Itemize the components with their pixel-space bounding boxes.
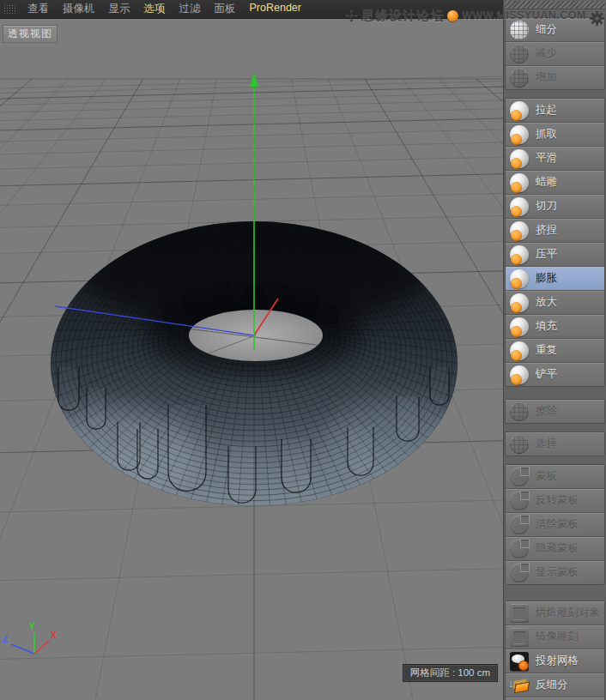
panel-grip-handle[interactable] bbox=[505, 1, 605, 9]
tool-item-project-mesh[interactable]: 投射网格 bbox=[506, 649, 604, 673]
tool-item-clear-mask: 清除蒙板 bbox=[506, 513, 604, 537]
tool-item-hide-mask: 隐藏蒙板 bbox=[506, 537, 604, 561]
tool-item-label: 拉起 bbox=[536, 103, 557, 118]
clear-mask-icon bbox=[510, 516, 529, 534]
axis-gizmo: YXZ bbox=[3, 622, 57, 654]
tool-item-pinch[interactable]: 挤捏 bbox=[506, 219, 604, 243]
mask-icon bbox=[510, 468, 529, 486]
knife-icon bbox=[510, 197, 529, 216]
menu-item-prorender[interactable]: ProRender bbox=[243, 0, 308, 19]
increase-icon bbox=[510, 69, 529, 88]
tool-item-inflate[interactable]: 膨胀 bbox=[506, 267, 604, 291]
mirror-sculpt-icon bbox=[510, 628, 529, 647]
tool-item-label: 平滑 bbox=[536, 151, 557, 166]
tool-item-label: 反细分 bbox=[536, 678, 568, 692]
menu-item-display[interactable]: 显示 bbox=[102, 0, 137, 19]
tool-item-label: 抓取 bbox=[536, 127, 557, 142]
tool-item-label: 铲平 bbox=[536, 367, 557, 382]
pinch-icon bbox=[510, 221, 529, 240]
erase-icon bbox=[510, 402, 529, 421]
axis-gizmo-z-label: Z bbox=[3, 635, 8, 644]
tool-item-label: 挤捏 bbox=[536, 223, 557, 238]
tool-item-label: 烘焙雕刻对象 bbox=[536, 606, 600, 620]
select-icon bbox=[510, 435, 529, 454]
fill-icon bbox=[510, 317, 529, 336]
sculpt-tool-panel: 细分减少增加拉起抓取平滑蜡雕切刀挤捏压平膨胀放大填充重复铲平擦除选择蒙板反转蒙板… bbox=[503, 0, 606, 700]
tool-item-knife[interactable]: 切刀 bbox=[506, 195, 604, 219]
tool-item-label: 放大 bbox=[536, 295, 557, 310]
show-mask-icon bbox=[510, 564, 529, 582]
scrape-icon bbox=[510, 365, 529, 384]
tool-item-wax[interactable]: 蜡雕 bbox=[506, 171, 604, 195]
tool-group-2: 擦除 bbox=[505, 399, 605, 424]
tool-item-label: 选择 bbox=[536, 437, 557, 451]
view-label[interactable]: 透视视图 bbox=[3, 25, 58, 43]
tool-group-1: 拉起抓取平滑蜡雕切刀挤捏压平膨胀放大填充重复铲平 bbox=[505, 98, 605, 387]
tool-item-label: 镜像雕刻 bbox=[536, 630, 579, 644]
menu-items: 查看摄像机显示选项过滤面板ProRender bbox=[21, 0, 308, 19]
pull-icon bbox=[510, 101, 529, 120]
amplify-icon bbox=[510, 293, 529, 312]
tool-item-fill[interactable]: 填充 bbox=[506, 315, 604, 339]
tool-item-label: 蜡雕 bbox=[536, 175, 557, 190]
menu-item-options[interactable]: 选项 bbox=[137, 0, 173, 19]
menu-item-panel[interactable]: 面板 bbox=[208, 0, 243, 19]
inflate-icon bbox=[510, 269, 529, 288]
invert-mask-icon bbox=[510, 492, 529, 510]
tool-groups: 细分减少增加拉起抓取平滑蜡雕切刀挤捏压平膨胀放大填充重复铲平擦除选择蒙板反转蒙板… bbox=[504, 17, 606, 700]
tool-item-label: 增加 bbox=[536, 70, 557, 85]
tool-item-smooth[interactable]: 平滑 bbox=[506, 147, 604, 171]
tool-item-mirror-sculpt: 镜像雕刻 bbox=[506, 625, 604, 649]
tool-item-subdivide[interactable]: 细分 bbox=[506, 18, 604, 42]
project-mesh-icon bbox=[510, 652, 529, 671]
tool-item-desubdivide[interactable]: 反细分 bbox=[506, 673, 604, 697]
viewport: YXZ 透视视图 网格间距 : 100 cm bbox=[0, 19, 503, 700]
menu-bar: 查看摄像机显示选项过滤面板ProRender bbox=[0, 0, 503, 19]
tool-item-label: 擦除 bbox=[536, 404, 557, 419]
tool-item-label: 显示蒙板 bbox=[536, 565, 579, 580]
flatten-icon bbox=[510, 245, 529, 264]
menu-item-camera[interactable]: 摄像机 bbox=[56, 0, 102, 19]
tool-group-5: 烘焙雕刻对象镜像雕刻投射网格反细分 bbox=[505, 600, 605, 700]
hide-mask-icon bbox=[510, 540, 529, 558]
tool-item-label: 重复 bbox=[536, 343, 557, 358]
tool-group-4: 蒙板反转蒙板清除蒙板隐藏蒙板显示蒙板 bbox=[505, 464, 605, 585]
tool-item-increase: 增加 bbox=[506, 66, 604, 89]
tool-group-0: 细分减少增加 bbox=[505, 17, 605, 90]
decrease-icon bbox=[510, 45, 529, 63]
bake-sculpt-object-icon bbox=[510, 604, 529, 623]
smooth-icon bbox=[510, 149, 529, 168]
menu-item-view[interactable]: 查看 bbox=[21, 0, 56, 19]
tool-item-erase: 擦除 bbox=[506, 400, 604, 423]
grid-spacing-badge: 网格间距 : 100 cm bbox=[403, 664, 498, 682]
tool-item-show-mask: 显示蒙板 bbox=[506, 561, 604, 584]
tool-group-3: 选择 bbox=[505, 431, 605, 456]
menu-grip-icon[interactable] bbox=[3, 4, 16, 15]
tool-item-pull[interactable]: 拉起 bbox=[506, 99, 604, 123]
tool-item-grab[interactable]: 抓取 bbox=[506, 123, 604, 147]
tool-item-label: 细分 bbox=[536, 22, 557, 37]
menu-item-filter[interactable]: 过滤 bbox=[173, 0, 208, 19]
tool-item-bake-sculpt-object: 烘焙雕刻对象 bbox=[506, 601, 604, 625]
tool-item-decrease: 减少 bbox=[506, 42, 604, 66]
axis-gizmo-x-label: X bbox=[51, 631, 57, 640]
wax-icon bbox=[510, 173, 529, 192]
tool-item-label: 膨胀 bbox=[536, 271, 557, 286]
tool-item-label: 压平 bbox=[536, 247, 557, 262]
tool-item-repeat[interactable]: 重复 bbox=[506, 339, 604, 363]
tool-item-label: 切刀 bbox=[536, 199, 557, 214]
repeat-icon bbox=[510, 341, 529, 360]
viewport-canvas[interactable]: YXZ bbox=[0, 19, 503, 700]
tool-item-label: 反转蒙板 bbox=[536, 493, 579, 508]
axis-gizmo-y-label: Y bbox=[29, 622, 35, 631]
tool-item-scrape[interactable]: 铲平 bbox=[506, 363, 604, 386]
tool-item-mask: 蒙板 bbox=[506, 465, 604, 489]
tool-item-select: 选择 bbox=[506, 432, 604, 456]
tool-item-label: 减少 bbox=[536, 46, 557, 61]
tool-item-invert-mask: 反转蒙板 bbox=[506, 489, 604, 513]
tool-item-amplify[interactable]: 放大 bbox=[506, 291, 604, 315]
tool-item-label: 投射网格 bbox=[536, 654, 579, 668]
tool-item-flatten[interactable]: 压平 bbox=[506, 243, 604, 267]
tool-item-label: 填充 bbox=[536, 319, 557, 334]
desubdivide-icon bbox=[510, 676, 529, 695]
